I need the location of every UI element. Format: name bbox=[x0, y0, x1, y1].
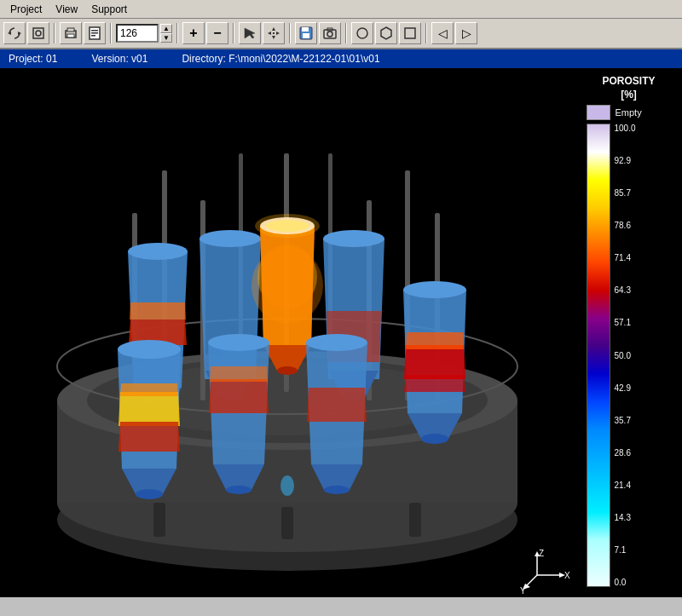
color-bar bbox=[587, 124, 610, 587]
svg-point-56 bbox=[323, 230, 384, 247]
toolbar-btn-next[interactable]: ▷ bbox=[455, 22, 477, 44]
toolbar-btn-select[interactable] bbox=[239, 22, 261, 44]
directory-label: Directory: bbox=[182, 53, 225, 65]
toolbar-btn-square[interactable] bbox=[399, 22, 421, 44]
svg-rect-5 bbox=[67, 28, 74, 32]
svg-rect-25 bbox=[405, 28, 415, 38]
svg-point-62 bbox=[208, 334, 269, 351]
version-label: Version: bbox=[91, 53, 128, 65]
version-value: v01 bbox=[131, 53, 147, 65]
svg-rect-35 bbox=[409, 503, 421, 537]
toolbar-btn-camera[interactable] bbox=[319, 22, 341, 44]
svg-point-58 bbox=[403, 281, 466, 298]
svg-marker-12 bbox=[272, 27, 275, 31]
directory-value: F:\moni\2022\M-22122-01\01\v01 bbox=[228, 53, 379, 65]
toolbar-btn-rotate[interactable] bbox=[3, 22, 26, 44]
svg-rect-16 bbox=[273, 32, 275, 34]
toolbar-separator-6 bbox=[345, 23, 347, 43]
svg-point-21 bbox=[327, 32, 332, 37]
svg-point-65 bbox=[324, 486, 350, 494]
menu-support[interactable]: Support bbox=[84, 2, 134, 17]
menu-bar: Project View Support bbox=[0, 0, 682, 19]
viz-container[interactable]: Z Y X bbox=[0, 68, 575, 597]
svg-rect-10 bbox=[91, 35, 95, 37]
toolbar-separator-5 bbox=[289, 23, 291, 43]
frame-spinner: ▲ ▼ bbox=[160, 24, 172, 43]
scale-78: 78.6 bbox=[615, 221, 672, 230]
spin-up[interactable]: ▲ bbox=[160, 24, 172, 33]
scale-35: 35.7 bbox=[615, 416, 672, 425]
svg-point-59 bbox=[421, 434, 448, 444]
toolbar-btn-hexagon[interactable] bbox=[375, 22, 397, 44]
viewport[interactable]: Z Y X POROSITY[%] Empty 100.0 92.9 bbox=[0, 68, 682, 597]
svg-text:Z: Z bbox=[539, 549, 544, 558]
spin-down[interactable]: ▼ bbox=[160, 33, 172, 43]
toolbar-btn-file[interactable] bbox=[84, 22, 106, 44]
toolbar-separator-7 bbox=[425, 23, 427, 43]
toolbar-input-wrap: ▲ ▼ bbox=[116, 24, 172, 43]
svg-marker-24 bbox=[381, 27, 391, 39]
legend-panel: POROSITY[%] Empty 100.0 92.9 85.7 78.6 7… bbox=[575, 68, 682, 597]
svg-rect-8 bbox=[91, 30, 98, 32]
legend-title: POROSITY[%] bbox=[602, 75, 655, 101]
toolbar-btn-circle[interactable] bbox=[351, 22, 373, 44]
svg-rect-33 bbox=[153, 503, 165, 537]
scale-7: 7.1 bbox=[615, 545, 672, 555]
version-info: Version: v01 bbox=[91, 53, 147, 65]
svg-rect-19 bbox=[303, 33, 309, 38]
scale-71: 71.4 bbox=[615, 253, 672, 262]
svg-point-48 bbox=[199, 230, 261, 247]
toolbar-btn-print[interactable] bbox=[60, 22, 82, 44]
svg-marker-13 bbox=[272, 36, 275, 39]
toolbar-btn-minus[interactable]: − bbox=[206, 22, 228, 44]
legend-empty-row: Empty bbox=[587, 105, 672, 120]
toolbar-btn-plus[interactable]: + bbox=[182, 22, 205, 44]
project-info: Project: 01 bbox=[9, 53, 57, 65]
legend-empty-label: Empty bbox=[616, 107, 642, 118]
project-label: Project: bbox=[9, 53, 43, 65]
toolbar: ▲ ▼ + − ◁ ▷ bbox=[0, 19, 682, 49]
legend-empty-color bbox=[587, 105, 610, 120]
svg-text:Y: Y bbox=[520, 586, 526, 596]
scale-42: 42.9 bbox=[615, 383, 672, 393]
svg-point-55 bbox=[277, 366, 298, 375]
menu-project[interactable]: Project bbox=[3, 2, 49, 17]
svg-marker-11 bbox=[245, 28, 255, 38]
scene-svg: Z Y X bbox=[0, 68, 575, 597]
menu-view[interactable]: View bbox=[49, 2, 84, 17]
toolbar-btn-move[interactable] bbox=[263, 22, 285, 44]
scale-0: 0.0 bbox=[615, 578, 672, 587]
scale-57: 57.1 bbox=[615, 318, 672, 327]
svg-point-54 bbox=[255, 214, 320, 238]
scale-100: 100.0 bbox=[615, 124, 672, 133]
svg-point-61 bbox=[136, 489, 163, 499]
scale-50: 50.0 bbox=[615, 351, 672, 360]
svg-point-46 bbox=[128, 243, 188, 260]
svg-point-66 bbox=[280, 475, 294, 496]
scale-14: 14.3 bbox=[615, 513, 672, 522]
toolbar-btn-save[interactable] bbox=[295, 22, 317, 44]
svg-rect-2 bbox=[33, 28, 43, 38]
svg-point-3 bbox=[36, 31, 41, 36]
svg-rect-6 bbox=[67, 34, 74, 37]
svg-point-60 bbox=[118, 340, 181, 359]
svg-point-64 bbox=[306, 334, 367, 351]
scale-28: 28.6 bbox=[615, 448, 672, 458]
project-value: 01 bbox=[46, 53, 57, 65]
toolbar-btn-prev[interactable]: ◁ bbox=[431, 22, 454, 44]
directory-info: Directory: F:\moni\2022\M-22122-01\01\v0… bbox=[182, 53, 379, 65]
svg-point-63 bbox=[226, 486, 251, 494]
toolbar-separator-3 bbox=[176, 23, 178, 43]
toolbar-separator-2 bbox=[110, 23, 112, 43]
toolbar-btn-zoom-extent[interactable] bbox=[27, 22, 49, 44]
toolbar-separator-4 bbox=[233, 23, 234, 43]
svg-marker-15 bbox=[276, 32, 280, 35]
scale-92: 92.9 bbox=[615, 156, 672, 165]
svg-text:X: X bbox=[564, 571, 570, 580]
color-bar-container: 100.0 92.9 85.7 78.6 71.4 64.3 57.1 50.0… bbox=[587, 124, 672, 587]
frame-input[interactable] bbox=[116, 24, 159, 43]
toolbar-separator-1 bbox=[54, 23, 55, 43]
svg-rect-9 bbox=[91, 32, 98, 34]
status-bar: Project: 01 Version: v01 Directory: F:\m… bbox=[0, 49, 682, 68]
scale-21: 21.4 bbox=[615, 481, 672, 490]
